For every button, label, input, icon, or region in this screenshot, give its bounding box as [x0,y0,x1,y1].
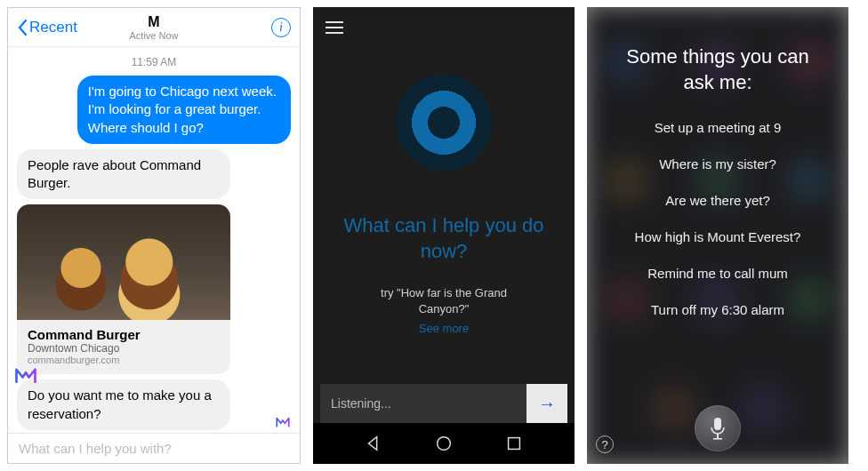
info-button[interactable]: i [271,18,291,37]
back-button[interactable]: Recent [17,19,77,36]
siri-heading: Some things you can ask me: [587,44,848,95]
card-link: commandburger.com [28,355,220,365]
card-subtitle: Downtown Chicago [28,342,220,355]
cortana-try-text: try "How far is the Grand Canyon?" [313,285,575,317]
svg-point-0 [438,437,451,451]
cortana-topbar [313,7,575,48]
siri-mic-button[interactable] [695,405,741,451]
card-meta: Command Burger Downtown Chicago commandb… [17,320,230,374]
svg-rect-4 [713,438,722,440]
android-nav-bar [313,423,575,464]
siri-suggestion[interactable]: Turn off my 6:30 alarm [587,302,848,317]
siri-suggestion[interactable]: Set up a meeting at 9 [587,120,848,135]
siri-suggestion[interactable]: Where is my sister? [587,156,848,172]
place-card[interactable]: Command Burger Downtown Chicago commandb… [17,204,230,374]
siri-suggestion[interactable]: Are we there yet? [587,193,848,208]
cortana-center: What can I help you do now? try "How far… [313,48,575,384]
svg-rect-3 [717,434,719,438]
cortana-panel: What can I help you do now? try "How far… [313,7,575,464]
message-input[interactable]: What can I help you with? [8,433,300,463]
burger-image [17,204,230,320]
microphone-icon [709,417,727,440]
chevron-left-icon [17,19,28,36]
nav-recent-icon[interactable] [504,434,524,453]
cortana-prompt: What can I help you do now? [313,213,575,264]
listening-status[interactable]: Listening... [320,396,526,411]
messenger-panel: Recent M Active Now i 11:59 AM I'm going… [7,7,301,464]
m-read-receipt-icon [275,413,291,429]
svg-rect-1 [509,438,520,450]
back-label: Recent [29,19,77,36]
cortana-input-row: Listening... → [320,384,567,423]
timestamp: 11:59 AM [17,56,291,68]
messenger-body: 11:59 AM I'm going to Chicago next week.… [8,47,300,433]
send-button[interactable]: → [526,384,567,423]
siri-suggestion[interactable]: How high is Mount Everest? [587,229,848,244]
m-assistant-avatar [13,362,38,387]
hamburger-icon[interactable] [326,21,343,34]
nav-home-icon[interactable] [434,434,454,453]
svg-rect-2 [714,418,721,430]
see-more-link[interactable]: See more [419,322,469,335]
card-title: Command Burger [28,327,220,342]
messenger-header: Recent M Active Now i [8,8,300,47]
cortana-ring-icon[interactable] [396,75,492,171]
message-sent[interactable]: I'm going to Chicago next week. I'm look… [77,76,291,144]
siri-panel: Some things you can ask me: Set up a mee… [587,7,848,464]
message-received[interactable]: Do you want me to make you a reservation… [17,379,230,430]
siri-content: Some things you can ask me: Set up a mee… [587,44,848,339]
siri-suggestion[interactable]: Remind me to call mum [587,266,848,281]
message-received[interactable]: People rave about Command Burger. [17,149,230,200]
nav-back-icon[interactable] [364,434,383,453]
